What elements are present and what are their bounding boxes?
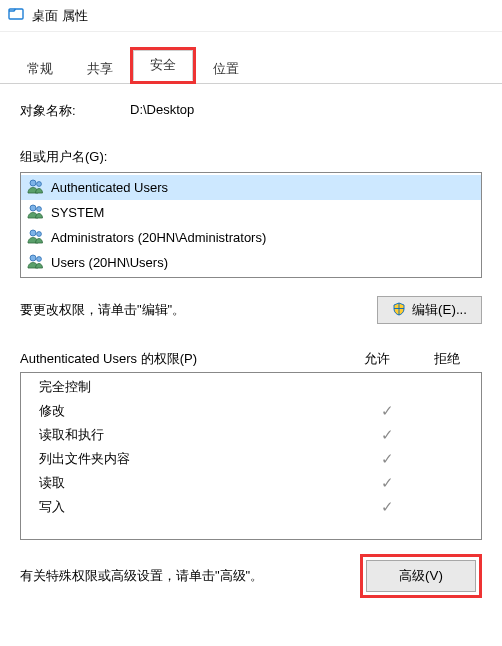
advanced-row: 有关特殊权限或高级设置，请单击"高级"。 高级(V)	[20, 554, 482, 598]
list-item-label: SYSTEM	[51, 205, 104, 220]
tab-security-highlight: 安全	[130, 47, 196, 84]
edit-button-label: 编辑(E)...	[412, 301, 467, 319]
svg-point-3	[30, 205, 36, 211]
permission-row: 读取✓	[21, 471, 481, 495]
edit-row: 要更改权限，请单击"编辑"。 编辑(E)...	[20, 296, 482, 324]
permission-name: 读取	[39, 474, 359, 492]
permission-row: 修改✓	[21, 399, 481, 423]
tab-general[interactable]: 常规	[10, 54, 70, 84]
permission-allow-check: ✓	[359, 402, 415, 420]
permission-name: 写入	[39, 498, 359, 516]
tab-security[interactable]: 安全	[133, 50, 193, 81]
permission-row: 写入✓	[21, 495, 481, 519]
permission-name: 列出文件夹内容	[39, 450, 359, 468]
svg-point-7	[30, 255, 36, 261]
permissions-listbox[interactable]: 完全控制修改✓读取和执行✓列出文件夹内容✓读取✓写入✓	[20, 372, 482, 540]
users-group-icon	[27, 253, 45, 272]
list-item-label: Users (20HN\Users)	[51, 255, 168, 270]
permission-name: 读取和执行	[39, 426, 359, 444]
svg-point-5	[30, 230, 36, 236]
permissions-col-allow: 允许	[342, 350, 412, 368]
advanced-hint: 有关特殊权限或高级设置，请单击"高级"。	[20, 567, 263, 585]
users-group-icon	[27, 203, 45, 222]
object-name-label: 对象名称:	[20, 102, 130, 120]
users-group-icon	[27, 178, 45, 197]
titlebar: 桌面 属性	[0, 0, 502, 32]
permission-allow-check: ✓	[359, 426, 415, 444]
groups-listbox[interactable]: Authenticated UsersSYSTEMAdministrators …	[20, 172, 482, 278]
tab-sharing[interactable]: 共享	[70, 54, 130, 84]
permission-name: 完全控制	[39, 378, 359, 396]
permission-row: 完全控制	[21, 375, 481, 399]
list-item[interactable]: Users (20HN\Users)	[21, 250, 481, 275]
permission-name: 修改	[39, 402, 359, 420]
list-item[interactable]: Authenticated Users	[21, 175, 481, 200]
security-panel: 对象名称: D:\Desktop 组或用户名(G): Authenticated…	[0, 84, 502, 608]
edit-hint: 要更改权限，请单击"编辑"。	[20, 301, 185, 319]
list-item[interactable]: Administrators (20HN\Administrators)	[21, 225, 481, 250]
permission-allow-check: ✓	[359, 498, 415, 516]
svg-point-4	[37, 207, 42, 212]
object-name-value: D:\Desktop	[130, 102, 194, 120]
permissions-subject: Authenticated Users 的权限(P)	[20, 350, 342, 368]
tabs: 常规 共享 安全 位置	[0, 32, 502, 84]
groups-label: 组或用户名(G):	[20, 148, 482, 166]
list-item-label: Authenticated Users	[51, 180, 168, 195]
advanced-button-label: 高级(V)	[399, 567, 443, 585]
permissions-header: Authenticated Users 的权限(P) 允许 拒绝	[20, 350, 482, 368]
users-group-icon	[27, 228, 45, 247]
advanced-button-highlight: 高级(V)	[360, 554, 482, 598]
permission-allow-check: ✓	[359, 474, 415, 492]
svg-point-2	[37, 182, 42, 187]
svg-point-1	[30, 180, 36, 186]
window-title: 桌面 属性	[32, 7, 88, 25]
svg-point-6	[37, 232, 42, 237]
permission-row: 列出文件夹内容✓	[21, 447, 481, 471]
object-name-row: 对象名称: D:\Desktop	[20, 102, 482, 120]
list-item[interactable]: SYSTEM	[21, 200, 481, 225]
advanced-button[interactable]: 高级(V)	[366, 560, 476, 592]
svg-point-8	[37, 257, 42, 262]
permission-row: 读取和执行✓	[21, 423, 481, 447]
tab-location[interactable]: 位置	[196, 54, 256, 84]
edit-button[interactable]: 编辑(E)...	[377, 296, 482, 324]
list-item-label: Administrators (20HN\Administrators)	[51, 230, 266, 245]
folder-icon	[8, 6, 24, 25]
permissions-col-deny: 拒绝	[412, 350, 482, 368]
permission-allow-check: ✓	[359, 450, 415, 468]
shield-icon	[392, 302, 406, 319]
